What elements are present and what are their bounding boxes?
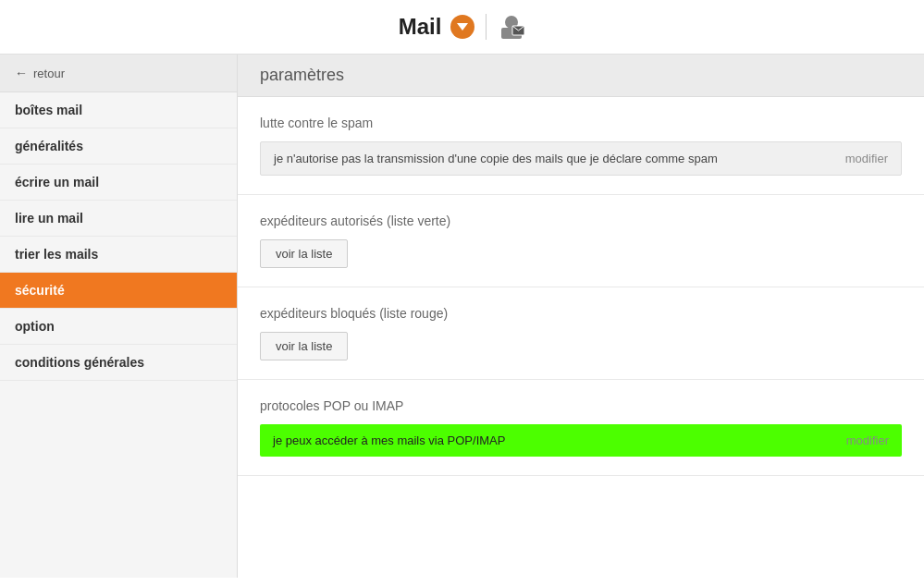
spam-modifier-link[interactable]: modifier [845, 152, 888, 165]
main-layout: ← retour boîtes mail généralités écrire … [0, 55, 924, 578]
section-protocoles: protocoles POP ou IMAP je peux accéder à… [238, 380, 924, 476]
section-title-protocoles: protocoles POP ou IMAP [260, 398, 902, 413]
app-header: Mail [0, 0, 924, 55]
protocoles-modifier-link[interactable]: modifier [846, 433, 889, 447]
header-divider [486, 14, 487, 40]
setting-row-protocoles: je peux accéder à mes mails via POP/IMAP… [260, 424, 902, 457]
sidebar-item-ecrire-un-mail[interactable]: écrire un mail [0, 165, 237, 201]
back-arrow-icon: ← [15, 66, 28, 80]
content-area: paramètres lutte contre le spam je n'aut… [238, 55, 924, 578]
dropdown-icon[interactable] [450, 15, 474, 39]
app-title: Mail [399, 14, 442, 40]
section-expediteurs-bloques: expéditeurs bloqués (liste rouge) voir l… [238, 287, 924, 380]
spam-setting-text: je n'autorise pas la transmission d'une … [274, 152, 831, 165]
section-expediteurs-autorises: expéditeurs autorisés (liste verte) voir… [238, 195, 924, 287]
sidebar: ← retour boîtes mail généralités écrire … [0, 55, 238, 578]
section-title-suffix-autorises: (liste verte) [383, 214, 450, 228]
content-body: lutte contre le spam je n'autorise pas l… [238, 97, 924, 476]
voir-liste-bloques-button[interactable]: voir la liste [260, 332, 348, 360]
user-icon[interactable] [498, 13, 525, 41]
section-title-lutte-spam: lutte contre le spam [260, 116, 902, 130]
sidebar-nav: boîtes mail généralités écrire un mail l… [0, 92, 237, 381]
section-title-suffix-bloques: (liste rouge) [376, 306, 448, 321]
sidebar-item-boites-mail[interactable]: boîtes mail [0, 92, 237, 128]
sidebar-item-option[interactable]: option [0, 309, 237, 345]
sidebar-item-securite[interactable]: sécurité [0, 273, 237, 309]
header-icons [450, 13, 525, 41]
section-lutte-spam: lutte contre le spam je n'autorise pas l… [238, 97, 924, 195]
back-label: retour [33, 67, 65, 80]
back-button[interactable]: ← retour [0, 55, 237, 92]
content-header: paramètres [238, 55, 924, 97]
sidebar-item-lire-un-mail[interactable]: lire un mail [0, 201, 237, 237]
voir-liste-autorises-button[interactable]: voir la liste [260, 239, 348, 268]
sidebar-item-conditions-generales[interactable]: conditions générales [0, 345, 237, 381]
sidebar-item-generalites[interactable]: généralités [0, 128, 237, 165]
sidebar-item-trier-les-mails[interactable]: trier les mails [0, 237, 237, 273]
protocoles-setting-text: je peux accéder à mes mails via POP/IMAP [273, 433, 832, 447]
setting-row-spam: je n'autorise pas la transmission d'une … [260, 141, 902, 176]
section-title-autorises: expéditeurs autorisés (liste verte) [260, 214, 902, 228]
section-title-bloques: expéditeurs bloqués (liste rouge) [260, 306, 902, 321]
